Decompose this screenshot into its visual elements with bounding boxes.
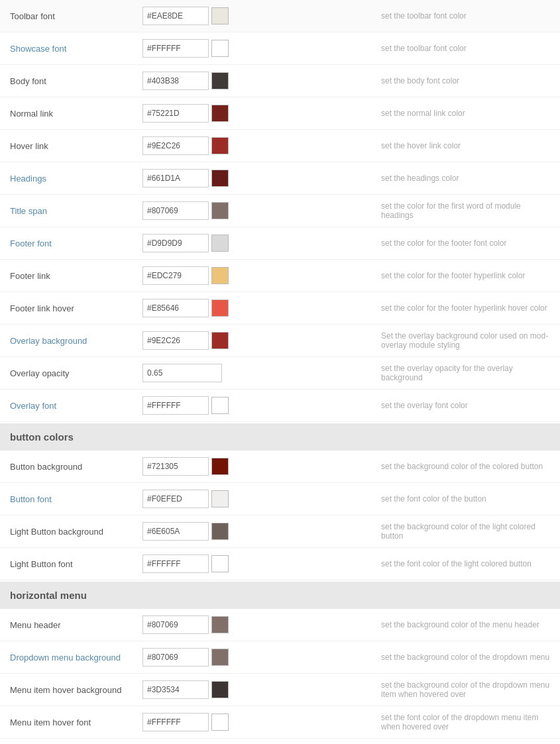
color-swatch-menu-header[interactable] [211, 616, 229, 633]
row-overlay-font: Overlay fontset the overlay font color [0, 390, 560, 422]
color-input-headings[interactable] [142, 169, 209, 187]
horizontal-menu-label: horizontal menu [10, 590, 87, 601]
desc-button-background: set the background color of the colored … [235, 462, 550, 471]
color-input-footer-link-hover[interactable] [142, 299, 209, 317]
row-overlay-opacity: Overlay opacityset the overlay opacity f… [0, 357, 560, 390]
desc-footer-font: set the color for the footer font color [235, 239, 550, 248]
desc-body-font: set the body font color [235, 76, 550, 85]
color-swatch-showcase-font[interactable] [211, 40, 229, 57]
color-input-title-span[interactable] [142, 201, 209, 220]
desc-menu-item-hover-background: set the background color of the dropdown… [235, 680, 550, 699]
button-colors-label: button colors [10, 431, 74, 443]
label-light-button-background: Light Button background [10, 527, 142, 537]
input-col-light-button-font [142, 555, 235, 573]
button-colors-header: button colors [0, 423, 560, 451]
color-input-normal-link[interactable] [142, 104, 209, 123]
color-input-menu-item-hover-font[interactable] [142, 713, 209, 731]
button-rows-group: Button backgroundset the background colo… [0, 451, 560, 580]
color-input-hover-link[interactable] [142, 136, 209, 155]
color-input-button-background[interactable] [142, 457, 209, 476]
label-dropdown-menu-background: Dropdown menu background [10, 653, 142, 663]
label-overlay-opacity: Overlay opacity [10, 368, 142, 378]
input-col-menu-header [142, 615, 235, 634]
color-swatch-button-background[interactable] [211, 458, 229, 475]
color-swatch-footer-link[interactable] [211, 267, 229, 284]
input-col-light-button-background [142, 522, 235, 541]
color-swatch-button-font[interactable] [211, 490, 229, 507]
color-input-light-button-background[interactable] [142, 522, 209, 541]
color-swatch-normal-link[interactable] [211, 105, 229, 122]
color-input-button-font[interactable] [142, 490, 209, 508]
color-swatch-hover-link[interactable] [211, 137, 229, 154]
label-overlay-font: Overlay font [10, 401, 142, 411]
color-swatch-headings[interactable] [211, 170, 229, 187]
row-footer-link: Footer linkset the color for the footer … [0, 260, 560, 292]
input-col-headings [142, 169, 235, 187]
color-input-footer-font[interactable] [142, 234, 209, 252]
input-col-title-span [142, 201, 235, 220]
color-input-body-font[interactable] [142, 72, 209, 90]
desc-footer-link: set the color for the footer hyperlink c… [235, 271, 550, 280]
row-button-background: Button backgroundset the background colo… [0, 451, 560, 483]
color-input-menu-header[interactable] [142, 615, 209, 634]
color-swatch-light-button-font[interactable] [211, 555, 229, 572]
input-col-showcase-font [142, 39, 235, 58]
input-col-hover-link [142, 136, 235, 155]
color-swatch-menu-item-hover-font[interactable] [211, 714, 229, 731]
desc-title-span: set the color for the first word of modu… [235, 201, 550, 220]
label-menu-item-hover-font: Menu item hover font [10, 717, 142, 727]
row-normal-link: Normal linkset the normal link color [0, 97, 560, 130]
row-footer-link-hover: Footer link hoverset the color for the f… [0, 292, 560, 325]
desc-menu-item-hover-font: set the font color of the dropdown menu … [235, 713, 550, 731]
horizontal-menu-header: horizontal menu [0, 582, 560, 609]
input-col-footer-link [142, 266, 235, 285]
desc-showcase-font: set the toolbar font color [235, 44, 550, 53]
row-menu-item-hover-font: Menu item hover fontset the font color o… [0, 706, 560, 739]
input-col-normal-link [142, 104, 235, 123]
color-input-menu-item-hover-background[interactable] [142, 680, 209, 699]
label-button-background: Button background [10, 462, 142, 472]
color-input-showcase-font[interactable] [142, 39, 209, 58]
label-light-button-font: Light Button font [10, 559, 142, 569]
color-input-dropdown-menu-background[interactable] [142, 648, 209, 666]
input-col-overlay-font [142, 396, 235, 415]
color-swatch-menu-item-hover-background[interactable] [211, 681, 229, 698]
color-input-toolbar-font[interactable] [142, 7, 209, 25]
color-swatch-title-span[interactable] [211, 202, 229, 219]
top-rows-group: Toolbar fontset the toolbar font colorSh… [0, 0, 560, 422]
color-swatch-overlay-background[interactable] [211, 332, 229, 349]
row-body-font: Body fontset the body font color [0, 65, 560, 97]
desc-button-font: set the font color of the button [235, 494, 550, 504]
color-swatch-footer-font[interactable] [211, 235, 229, 252]
color-swatch-toolbar-font[interactable] [211, 7, 229, 25]
desc-menu-header: set the background color of the menu hea… [235, 620, 550, 629]
color-swatch-body-font[interactable] [211, 72, 229, 89]
input-col-menu-item-hover-font [142, 713, 235, 731]
color-input-light-button-font[interactable] [142, 555, 209, 573]
menu-rows-group: Menu headerset the background color of t… [0, 609, 560, 744]
row-toolbar-font: Toolbar fontset the toolbar font color [0, 0, 560, 32]
color-input-overlay-font[interactable] [142, 396, 209, 415]
color-swatch-light-button-background[interactable] [211, 523, 229, 540]
desc-toolbar-font: set the toolbar font color [235, 11, 550, 21]
color-swatch-footer-link-hover[interactable] [211, 299, 229, 317]
row-hover-link: Hover linkset the hover link color [0, 130, 560, 162]
label-overlay-background: Overlay background [10, 336, 142, 346]
row-showcase-font: Showcase fontset the toolbar font color [0, 32, 560, 65]
opacity-input-overlay-opacity[interactable] [142, 364, 222, 382]
desc-light-button-font: set the font color of the light colored … [235, 559, 550, 568]
desc-light-button-background: set the background color of the light co… [235, 522, 550, 541]
color-swatch-overlay-font[interactable] [211, 397, 229, 414]
desc-overlay-font: set the overlay font color [235, 401, 550, 410]
color-swatch-dropdown-menu-background[interactable] [211, 649, 229, 666]
row-overlay-background: Overlay backgroundSet the overlay backgr… [0, 325, 560, 357]
color-input-footer-link[interactable] [142, 266, 209, 285]
label-footer-font: Footer font [10, 239, 142, 248]
input-col-menu-item-hover-background [142, 680, 235, 699]
color-input-overlay-background[interactable] [142, 331, 209, 350]
desc-headings: set the headings color [235, 174, 550, 183]
label-normal-link: Normal link [10, 109, 142, 119]
settings-container: Toolbar fontset the toolbar font colorSh… [0, 0, 560, 744]
row-headings: Headingsset the headings color [0, 162, 560, 195]
row-menu-header: Menu headerset the background color of t… [0, 609, 560, 641]
